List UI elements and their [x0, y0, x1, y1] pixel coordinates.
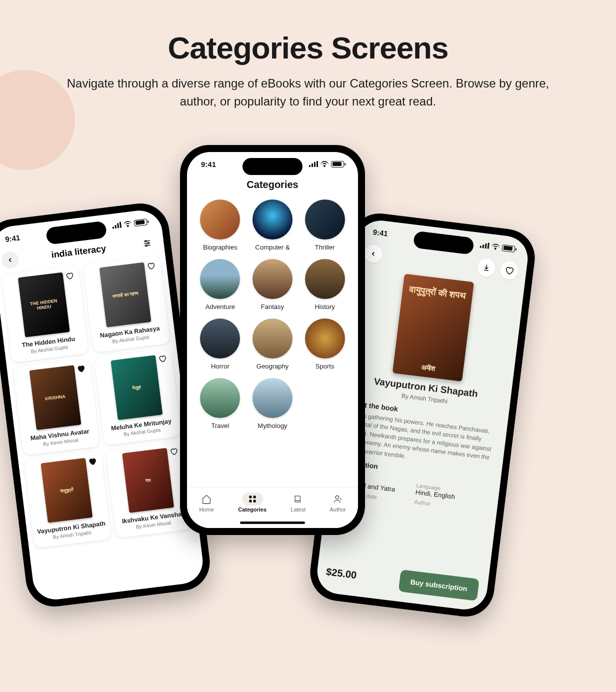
battery-icon: [502, 244, 515, 252]
book-cover: वायुपुत्रों: [40, 458, 92, 523]
book-cover: मेलूहा: [110, 355, 162, 420]
category-history[interactable]: History: [300, 259, 350, 310]
page-subheading: Navigate through a diverse range of eBoo…: [58, 74, 558, 110]
book-cover: राम: [122, 448, 174, 513]
wifi-icon: [491, 243, 500, 250]
book-card[interactable]: THE HIDDEN HINDU The Hidden Hindu By Aks…: [2, 266, 88, 362]
book-cover: नागाओं का रहस्य: [100, 262, 152, 328]
favorite-icon[interactable]: [86, 456, 98, 468]
category-adventure[interactable]: Adventure: [195, 259, 246, 310]
battery-icon: [331, 161, 344, 168]
book-cover: वायुपुत्रों की शपथ अमीश: [392, 274, 474, 382]
back-button[interactable]: [0, 250, 20, 270]
svg-rect-1: [253, 496, 256, 498]
back-button[interactable]: [363, 244, 383, 264]
price: $25.00: [326, 566, 358, 580]
favorite-icon[interactable]: [64, 270, 76, 282]
category-travel[interactable]: Travel: [195, 378, 246, 430]
svg-point-4: [336, 496, 339, 499]
favorite-icon[interactable]: [145, 260, 158, 272]
wifi-icon: [320, 161, 328, 167]
book-cover: THE HIDDEN HINDU: [18, 272, 70, 338]
wifi-icon: [124, 220, 132, 228]
status-time: 9:41: [372, 228, 388, 238]
screen-title-categories: Categories: [187, 179, 358, 190]
svg-point-10: [146, 245, 147, 246]
svg-rect-3: [253, 500, 256, 502]
phone-mockup-categories: 9:41 Categories Biographies Computer & T…: [180, 145, 365, 535]
grid-icon: [242, 492, 263, 506]
book-card[interactable]: वायुपुत्रों Vayuputron Ki Shapath By Ami…: [24, 451, 111, 548]
category-mythology[interactable]: Mythology: [248, 378, 298, 430]
signal-icon: [309, 161, 318, 167]
download-button[interactable]: [476, 258, 496, 278]
battery-icon: [134, 218, 147, 226]
nav-categories[interactable]: Categories: [238, 492, 266, 512]
svg-rect-0: [249, 496, 252, 498]
author-icon: [330, 492, 346, 506]
page-heading: Categories Screens: [0, 30, 616, 66]
favorite-button[interactable]: [499, 260, 519, 280]
favorite-icon[interactable]: [156, 352, 168, 365]
category-computer[interactable]: Computer &: [248, 200, 298, 251]
category-geography[interactable]: Geography: [248, 318, 298, 370]
category-fantasy[interactable]: Fantasy: [248, 259, 298, 310]
svg-point-9: [148, 242, 149, 244]
category-thriller[interactable]: Thriller: [300, 200, 350, 251]
status-time: 9:41: [201, 160, 216, 168]
svg-point-8: [145, 240, 146, 242]
category-sports[interactable]: Sports: [300, 318, 350, 370]
category-horror[interactable]: Horror: [195, 318, 246, 370]
svg-rect-2: [249, 500, 252, 502]
book-card[interactable]: KRISHNA Maha Vishnu Avatar By Kevin Miss…: [13, 358, 100, 455]
buy-subscription-button[interactable]: Buy subscription: [398, 570, 480, 601]
svg-line-11: [484, 270, 488, 270]
filter-button[interactable]: [138, 234, 156, 253]
favorite-icon[interactable]: [75, 362, 88, 375]
category-biographies[interactable]: Biographies: [195, 200, 246, 251]
signal-icon: [112, 222, 122, 229]
book-icon: [290, 492, 306, 506]
nav-author[interactable]: Author: [330, 492, 346, 512]
book-cover: KRISHNA: [30, 365, 82, 430]
nav-home[interactable]: Home: [199, 492, 214, 512]
status-time: 9:41: [4, 233, 20, 244]
signal-icon: [480, 242, 490, 249]
home-icon: [199, 492, 214, 506]
book-card[interactable]: नागाओं का रहस्य Nagaon Ka Rahasya By Aks…: [83, 256, 170, 352]
favorite-icon[interactable]: [168, 446, 180, 458]
book-card[interactable]: मेलूहा Meluha Ke Mritunjay By Akshat Gup…: [94, 348, 181, 445]
nav-latest[interactable]: Latest: [290, 492, 306, 512]
